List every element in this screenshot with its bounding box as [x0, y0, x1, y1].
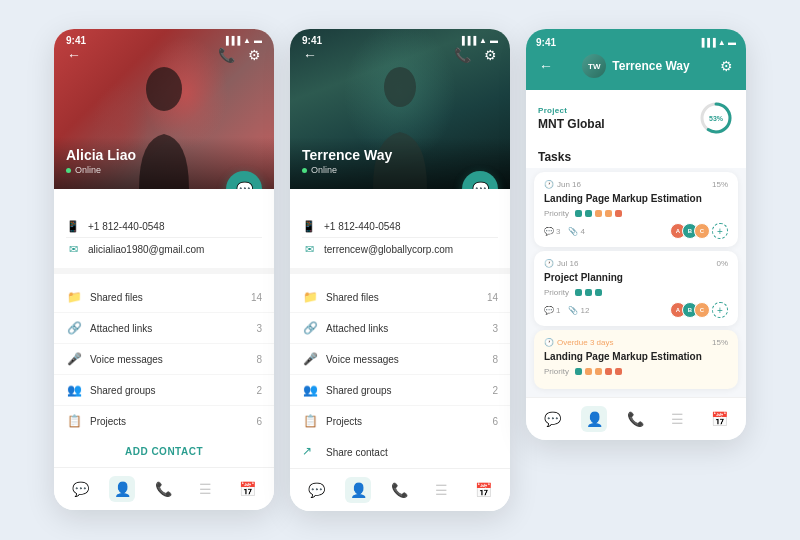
nav-calendar-1[interactable]: 📅 [234, 476, 260, 502]
contact-body-1: 📱 +1 812-440-0548 ✉ alicialiao1980@gmail… [54, 189, 274, 260]
status-bar-2: 9:41 ▐▐▐ ▲ ▬ [290, 29, 510, 50]
panel-tasks: 9:41 ▐▐▐ ▲ ▬ ← TW Terrence Way ⚙ Project… [526, 29, 746, 440]
task-priority-1: Priority [544, 209, 728, 218]
task-card-3[interactable]: 🕐 Overdue 3 days 15% Landing Page Markup… [534, 330, 738, 389]
links-icon-2: 🔗 [302, 320, 318, 336]
back-icon-3[interactable]: ← [536, 56, 556, 76]
nav-calendar-2[interactable]: 📅 [470, 477, 496, 503]
task-card-1[interactable]: 🕐 Jun 16 15% Landing Page Markup Estimat… [534, 172, 738, 247]
task-percent-1: 15% [712, 180, 728, 189]
battery-icon-2: ▬ [490, 36, 498, 45]
task-footer-2: 💬1 📎12 A B C + [544, 302, 728, 318]
groups-icon-1: 👥 [66, 382, 82, 398]
wifi-icon-2: ▲ [479, 36, 487, 45]
task-meta-3: 🕐 Overdue 3 days 15% [544, 338, 728, 347]
nav-contacts-1[interactable]: 👤 [109, 476, 135, 502]
task-date-1: 🕐 Jun 16 [544, 180, 581, 189]
files-icon-1: 📁 [66, 289, 82, 305]
phone-item-1: 📱 +1 812-440-0548 [66, 215, 262, 238]
task-date-3: 🕐 Overdue 3 days [544, 338, 613, 347]
task-priority-3: Priority [544, 367, 728, 376]
bottom-nav-3: 💬 👤 📞 ☰ 📅 [526, 397, 746, 440]
panel-terrence: 9:41 ▐▐▐ ▲ ▬ ← 📞 ⚙ Terrence Wa [290, 29, 510, 511]
tasks-header-section: 9:41 ▐▐▐ ▲ ▬ ← TW Terrence Way ⚙ [526, 29, 746, 90]
nav-calendar-3[interactable]: 📅 [706, 406, 732, 432]
projects-2[interactable]: 📋 Projects 6 [290, 406, 510, 436]
task-footer-1: 💬3 📎4 A B C + [544, 223, 728, 239]
divider-2 [290, 268, 510, 274]
phone-item-2: 📱 +1 812-440-0548 [302, 215, 498, 238]
time-2: 9:41 [302, 35, 322, 46]
nav-menu-1[interactable]: ☰ [193, 476, 219, 502]
task-avatars-2: A B C + [670, 302, 728, 318]
status-icons-1: ▐▐▐ ▲ ▬ [223, 36, 262, 45]
tasks-list: 🕐 Jun 16 15% Landing Page Markup Estimat… [526, 172, 746, 397]
time-1: 9:41 [66, 35, 86, 46]
task-stats-1: 💬3 📎4 [544, 227, 585, 236]
task-avatars-1: A B C + [670, 223, 728, 239]
status-bar-3: 9:41 ▐▐▐ ▲ ▬ [536, 35, 736, 54]
signal-icon-2: ▐▐▐ [459, 36, 476, 45]
bottom-nav-1: 💬 👤 📞 ☰ 📅 [54, 467, 274, 510]
phone-text-2: +1 812-440-0548 [324, 221, 400, 232]
voice-messages-1[interactable]: 🎤 Voice messages 8 [54, 344, 274, 375]
third-nav: ← TW Terrence Way ⚙ [536, 54, 736, 78]
add-contact-link[interactable]: ADD CONTACT [54, 436, 274, 467]
profile-name-2: Terrence Way [302, 147, 498, 163]
nav-calls-1[interactable]: 📞 [151, 476, 177, 502]
voice-icon-2: 🎤 [302, 351, 318, 367]
phone-text-1: +1 812-440-0548 [88, 221, 164, 232]
battery-icon: ▬ [254, 36, 262, 45]
groups-icon-2: 👥 [302, 382, 318, 398]
nav-calls-2[interactable]: 📞 [387, 477, 413, 503]
status-dot-1 [66, 168, 71, 173]
contact-name-3: Terrence Way [612, 59, 689, 73]
shared-files-2[interactable]: 📁 Shared files 14 [290, 282, 510, 313]
progress-text: 53% [709, 115, 723, 122]
nav-menu-2[interactable]: ☰ [429, 477, 455, 503]
contact-avatar-3: TW [582, 54, 606, 78]
nav-chat-2[interactable]: 💬 [304, 477, 330, 503]
email-icon-2: ✉ [302, 242, 316, 256]
voice-messages-2[interactable]: 🎤 Voice messages 8 [290, 344, 510, 375]
nav-chat-1[interactable]: 💬 [68, 476, 94, 502]
wifi-icon: ▲ [243, 36, 251, 45]
projects-icon-1: 📋 [66, 413, 82, 429]
divider-1 [54, 268, 274, 274]
phone-icon-2: 📱 [302, 219, 316, 233]
nav-menu-3[interactable]: ☰ [665, 406, 691, 432]
phone-icon-1: 📱 [66, 219, 80, 233]
attached-links-1[interactable]: 🔗 Attached links 3 [54, 313, 274, 344]
shared-files-1[interactable]: 📁 Shared files 14 [54, 282, 274, 313]
nav-contacts-3[interactable]: 👤 [581, 406, 607, 432]
email-text-1: alicialiao1980@gmail.com [88, 244, 204, 255]
share-text: Share contact [326, 447, 388, 458]
project-name: MNT Global [538, 117, 605, 131]
shared-groups-2[interactable]: 👥 Shared groups 2 [290, 375, 510, 406]
shared-groups-1[interactable]: 👥 Shared groups 2 [54, 375, 274, 406]
task-percent-2: 0% [716, 259, 728, 268]
nav-contacts-2[interactable]: 👤 [345, 477, 371, 503]
voice-icon-1: 🎤 [66, 351, 82, 367]
share-contact-link[interactable]: ↗ Share contact [290, 436, 510, 468]
share-icon: ↗ [302, 444, 318, 460]
svg-point-1 [384, 67, 416, 107]
task-priority-2: Priority [544, 288, 728, 297]
attached-links-2[interactable]: 🔗 Attached links 3 [290, 313, 510, 344]
links-icon-1: 🔗 [66, 320, 82, 336]
status-dot-2 [302, 168, 307, 173]
add-avatar-2[interactable]: + [712, 302, 728, 318]
nav-calls-3[interactable]: 📞 [623, 406, 649, 432]
tasks-section-header: Tasks [526, 142, 746, 168]
add-avatar-1[interactable]: + [712, 223, 728, 239]
bottom-nav-2: 💬 👤 📞 ☰ 📅 [290, 468, 510, 511]
project-info: Project MNT Global [538, 106, 605, 131]
files-icon-2: 📁 [302, 289, 318, 305]
task-card-2[interactable]: 🕐 Jul 16 0% Project Planning Priority 💬1… [534, 251, 738, 326]
email-text-2: terrencew@globallycorp.com [324, 244, 453, 255]
projects-1[interactable]: 📋 Projects 6 [54, 406, 274, 436]
status-icons-2: ▐▐▐ ▲ ▬ [459, 36, 498, 45]
gear-icon-3[interactable]: ⚙ [716, 56, 736, 76]
nav-chat-3[interactable]: 💬 [540, 406, 566, 432]
task-title-1: Landing Page Markup Estimation [544, 192, 728, 205]
